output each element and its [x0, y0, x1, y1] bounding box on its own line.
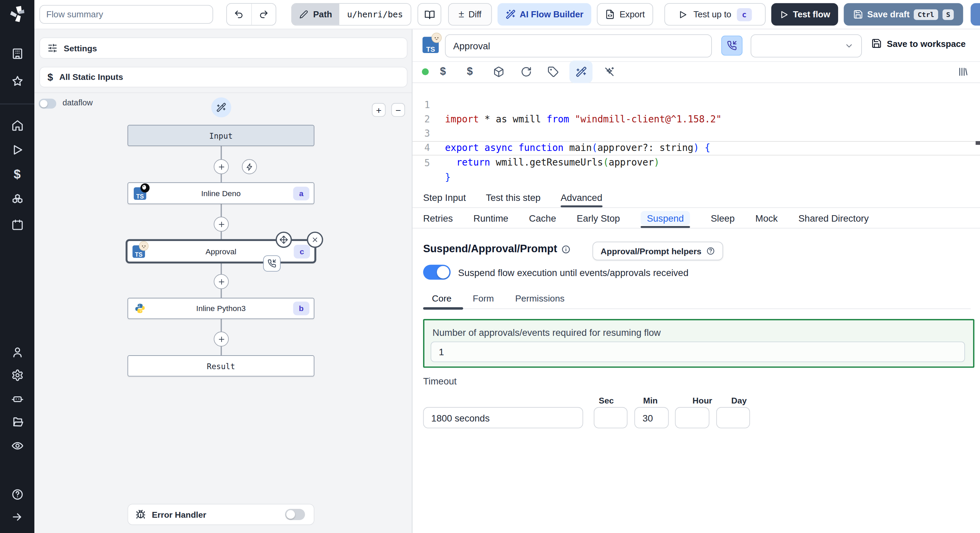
tab-core[interactable]: Core — [432, 293, 452, 303]
ai-disable-sparkles-icon[interactable] — [604, 66, 615, 78]
subtab-suspend[interactable]: Suspend — [641, 208, 690, 228]
script-version-select[interactable] — [751, 34, 862, 57]
delete-step-button[interactable] — [307, 232, 323, 248]
undo-button[interactable] — [227, 4, 252, 25]
add-step-button[interactable] — [214, 159, 229, 174]
resources-cubes-icon[interactable] — [11, 194, 24, 206]
approvals-count-box: Number of approvals/events required for … — [423, 319, 974, 368]
timeout-input[interactable] — [423, 407, 583, 428]
export-button[interactable]: Export — [597, 3, 653, 25]
subtab-sleep[interactable]: Sleep — [711, 208, 735, 228]
tab-step-input[interactable]: Step Input — [423, 187, 466, 207]
step-title-input[interactable] — [445, 34, 712, 57]
home-icon[interactable] — [11, 119, 24, 132]
save-draft-button[interactable]: Save draft Ctrl S — [844, 3, 963, 25]
windmill-logo[interactable] — [8, 4, 27, 26]
subtab-shared-directory[interactable]: Shared Directory — [798, 208, 869, 228]
test-up-to-button[interactable]: Test up to c — [664, 3, 765, 25]
bolt-icon — [245, 162, 253, 171]
path-value[interactable]: u/henri/bes — [340, 4, 410, 25]
zoom-in-button[interactable]: + — [372, 103, 385, 117]
path-button[interactable]: Path — [292, 4, 340, 25]
code-editor[interactable]: 1 import * as wmill from "windmill-clien… — [412, 82, 980, 187]
flow-summary-input[interactable] — [40, 5, 213, 24]
info-icon[interactable] — [562, 244, 571, 254]
undo-icon — [234, 10, 243, 19]
pencil-icon — [299, 10, 308, 19]
timeout-sec-input[interactable] — [594, 407, 627, 428]
step-editor-panel: TS Save to workspace $ $ — [412, 29, 980, 533]
users-icon[interactable] — [11, 346, 24, 359]
graph-ai-wand-button[interactable] — [211, 98, 231, 117]
workers-robot-icon[interactable] — [11, 393, 24, 405]
all-static-inputs-row[interactable]: $ All Static Inputs — [40, 67, 408, 88]
subtab-mock[interactable]: Mock — [756, 208, 778, 228]
add-step-button[interactable] — [214, 217, 229, 232]
tab-form[interactable]: Form — [473, 293, 494, 303]
zoom-out-button[interactable]: − — [391, 103, 405, 117]
error-handler-row[interactable]: Error Handler — [127, 504, 314, 525]
folders-icon[interactable] — [11, 416, 24, 428]
approval-prompt-helpers-button[interactable]: Approval/Prompt helpers — [592, 242, 723, 260]
library-bars-icon[interactable] — [958, 67, 968, 77]
redo-button[interactable] — [251, 4, 275, 25]
flow-node-result[interactable]: Result — [127, 355, 314, 376]
timeout-hour-input[interactable] — [675, 407, 710, 428]
docs-button[interactable] — [417, 3, 441, 25]
diff-button[interactable]: ± Diff — [448, 3, 492, 25]
collapse-arrow-icon[interactable] — [11, 511, 24, 523]
tabs-underline-track — [423, 308, 970, 309]
ai-assistant-wand-icon[interactable] — [576, 66, 587, 78]
subtab-runtime[interactable]: Runtime — [473, 208, 508, 228]
ai-flow-builder-button[interactable]: AI Flow Builder — [498, 3, 592, 25]
settings-gear-icon[interactable] — [11, 369, 24, 382]
flow-node-input[interactable]: Input — [127, 125, 314, 146]
current-line-highlight: 5 } — [412, 141, 980, 155]
windmill-flow-editor: $ — [0, 0, 980, 533]
error-handler-toggle[interactable] — [285, 509, 305, 520]
suspend-flow-toggle[interactable] — [423, 265, 450, 280]
subtab-cache[interactable]: Cache — [529, 208, 556, 228]
subtab-retries[interactable]: Retries — [423, 208, 453, 228]
reload-icon[interactable] — [520, 66, 532, 78]
tag-icon[interactable] — [547, 66, 559, 78]
approvals-count-input[interactable] — [431, 342, 965, 362]
workspace-icon[interactable] — [11, 48, 24, 60]
save-to-workspace-button[interactable]: Save to workspace — [871, 38, 966, 49]
favorites-star-icon[interactable] — [11, 75, 24, 87]
close-icon — [311, 236, 319, 243]
topbar: Path u/henri/bes ± Diff AI Flow Builder … — [34, 0, 980, 29]
dataflow-toggle[interactable] — [39, 98, 56, 108]
flow-node-inline-python[interactable]: Inline Python3 b — [127, 298, 314, 319]
timeout-day-input[interactable] — [716, 407, 750, 428]
tab-advanced[interactable]: Advanced — [560, 187, 602, 207]
suspend-approval-toggle-button[interactable] — [721, 36, 743, 56]
audit-eye-icon[interactable] — [11, 439, 24, 452]
runs-play-icon[interactable] — [11, 143, 24, 156]
redo-icon — [259, 10, 269, 19]
schedules-calendar-icon[interactable] — [11, 219, 24, 231]
help-icon[interactable] — [11, 488, 24, 501]
package-icon[interactable] — [493, 66, 504, 78]
tab-permissions[interactable]: Permissions — [515, 293, 565, 303]
save-icon — [853, 10, 862, 19]
add-trigger-button[interactable] — [242, 159, 257, 174]
deploy-button-partial[interactable] — [970, 3, 980, 25]
tab-core-underline — [423, 307, 463, 310]
suspend-heading: Suspend/Approval/Prompt — [423, 243, 557, 255]
timeout-min-input[interactable] — [634, 407, 669, 428]
move-step-button[interactable] — [275, 232, 292, 248]
subtab-early-stop[interactable]: Early Stop — [577, 208, 620, 228]
timeout-label: Timeout — [423, 376, 457, 387]
flow-node-approval[interactable]: TS Approval c — [126, 239, 316, 263]
add-step-button[interactable] — [214, 332, 229, 346]
editor-scroll-marker[interactable] — [975, 141, 980, 145]
flow-node-inline-deno[interactable]: TS Inline Deno a — [127, 182, 314, 204]
variables-dollar-icon[interactable]: $ — [14, 167, 21, 181]
assets-dollar-icon[interactable]: $ — [440, 66, 446, 78]
variables-dollar-icon[interactable]: $ — [467, 66, 473, 78]
test-flow-button[interactable]: Test flow — [772, 3, 838, 25]
flow-settings-row[interactable]: Settings — [40, 37, 408, 59]
tab-test-this-step[interactable]: Test this step — [486, 187, 541, 207]
add-step-button[interactable] — [214, 274, 229, 289]
